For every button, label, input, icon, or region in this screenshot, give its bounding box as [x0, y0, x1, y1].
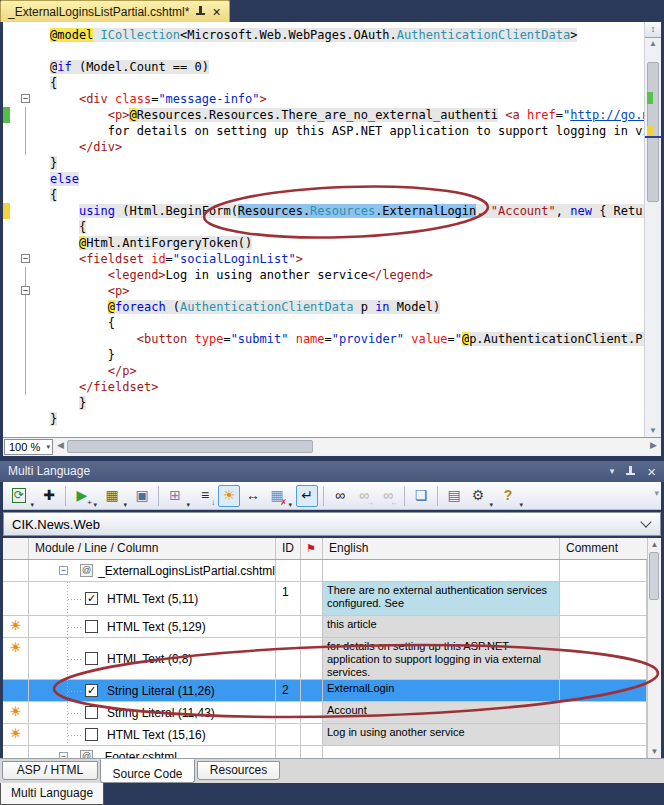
row-checkbox[interactable]: ✓ — [85, 592, 98, 605]
comment-column-header[interactable]: Comment — [560, 538, 647, 559]
row-checkbox[interactable] — [85, 620, 98, 633]
window-menu-icon[interactable]: ▾ — [610, 461, 615, 482]
hscroll-thumb[interactable] — [67, 440, 313, 453]
pin-icon[interactable] — [195, 5, 206, 18]
comment-cell[interactable] — [560, 616, 647, 637]
table-body: −@_ExternalLoginsListPartial.cshtml✓HTML… — [3, 560, 647, 758]
editor-vscrollbar[interactable]: ↕ ▲ ▼ — [644, 22, 661, 437]
word-wrap-icon[interactable]: ↵ — [296, 485, 318, 507]
code-token: <p> — [108, 284, 130, 298]
settings-icon[interactable]: ⚙▾ — [467, 485, 489, 507]
comment-cell[interactable] — [560, 702, 647, 723]
scroll-down-icon[interactable]: ▼ — [645, 426, 661, 435]
code-text: { — [40, 315, 115, 331]
hide-translated-icon[interactable]: ▦✗▾ — [266, 485, 288, 507]
comment-cell[interactable] — [560, 582, 647, 615]
flag-icon[interactable]: ⚑ — [301, 538, 323, 559]
comment-cell[interactable] — [560, 724, 647, 745]
sort-icon[interactable]: ≡↓ — [194, 485, 216, 507]
fold-collapse-icon[interactable]: − — [21, 286, 30, 295]
toolbar-separator — [158, 486, 159, 506]
tab-resources[interactable]: Resources — [197, 761, 280, 780]
table-row[interactable]: ☀HTML Text (15,16)Log in using another s… — [3, 724, 647, 746]
code-text: <legend>Log in using another service</le… — [40, 267, 433, 283]
code-token: .ExternalLogin — [375, 204, 476, 218]
table-vscroll-thumb[interactable] — [649, 552, 659, 600]
table-row[interactable]: ✓String Literal (11,26)2ExternalLogin — [3, 680, 647, 702]
id-column-header[interactable]: ID — [276, 538, 301, 559]
row-checkbox[interactable] — [85, 652, 98, 665]
gutter — [3, 347, 10, 363]
translate-run-icon-glyph: ▶ — [77, 485, 88, 506]
toolbar-overflow-icon[interactable]: ▾ — [654, 488, 659, 498]
english-cell[interactable]: this article — [323, 616, 560, 637]
module-column-header[interactable]: Module / Line / Column — [29, 538, 276, 559]
zoom-level-select[interactable]: 100 % ▾ — [4, 439, 53, 455]
english-cell[interactable] — [323, 560, 560, 581]
editor-hscrollbar[interactable]: ◀ ▶ — [55, 439, 659, 455]
row-checkbox[interactable] — [85, 728, 98, 741]
row-checkbox[interactable]: ✓ — [85, 684, 98, 697]
english-cell[interactable]: There are no external authentication ser… — [323, 582, 560, 615]
english-cell[interactable]: Account — [323, 702, 560, 723]
english-cell[interactable]: for details on setting up this ASP.NET a… — [323, 638, 560, 679]
tab-asp-html[interactable]: ASP / HTML — [2, 761, 98, 780]
table-row[interactable]: ✓HTML Text (5,11)1There are no external … — [3, 582, 647, 616]
tab-multi-language[interactable]: Multi Language — [0, 783, 104, 805]
find-icon[interactable]: ∞ — [329, 485, 351, 507]
fold-margin — [10, 139, 40, 155]
translate-run-icon[interactable]: ▶+▾ — [71, 485, 93, 507]
english-column-header[interactable]: English — [323, 538, 560, 559]
table-row[interactable]: ☀String Literal (11,43)Account — [3, 702, 647, 724]
status-column-header[interactable] — [3, 538, 29, 559]
scroll-down-icon[interactable]: ▼ — [648, 747, 661, 756]
code-token: @model — [50, 28, 93, 42]
splitter-grip-icon[interactable]: ↕ — [645, 22, 661, 38]
fit-column-width-icon[interactable]: ↔ — [242, 485, 264, 507]
code-text: { — [40, 187, 57, 203]
properties-icon[interactable]: ▤ — [443, 485, 465, 507]
excel-export-icon[interactable]: ▦▾ — [101, 485, 123, 507]
fold-collapse-icon[interactable]: − — [21, 94, 30, 103]
english-cell[interactable]: Log in using another service — [323, 724, 560, 745]
fold-collapse-icon[interactable]: − — [21, 254, 30, 263]
project-selector[interactable]: CIK.News.Web — [3, 512, 661, 536]
expand-collapse-icon[interactable]: ⊞▾ — [164, 485, 186, 507]
english-cell[interactable]: ExternalLogin — [323, 680, 560, 701]
resource-form-icon[interactable]: ▣ — [131, 485, 153, 507]
comment-cell[interactable] — [560, 638, 647, 679]
highlight-new-strings-icon[interactable]: ☀ — [218, 485, 240, 507]
help-icon[interactable]: ?▾ — [497, 485, 519, 507]
copy-icon[interactable]: ❏ — [410, 485, 432, 507]
document-tab[interactable]: _ExternalLoginsListPartial.cshtml* × — [0, 0, 230, 22]
scroll-up-icon[interactable]: ▲ — [645, 39, 661, 48]
tab-source-code[interactable]: Source Code — [100, 759, 195, 783]
auto-hide-pin-icon[interactable] — [625, 465, 636, 478]
row-checkbox[interactable] — [85, 706, 98, 719]
panel-close-icon[interactable]: × — [647, 465, 656, 478]
table-row[interactable]: ☀HTML Text (5,129)this article — [3, 616, 647, 638]
table-vscrollbar[interactable]: ▲ ▼ — [647, 538, 661, 758]
code-token — [50, 252, 79, 266]
table-row[interactable]: ☀HTML Text (6,8)for details on setting u… — [3, 638, 647, 680]
comment-cell[interactable] — [560, 560, 647, 581]
english-cell[interactable] — [323, 746, 560, 758]
add-string-icon[interactable]: ✚ — [38, 485, 60, 507]
scroll-right-icon[interactable]: ▶ — [650, 440, 657, 450]
tree-collapse-icon[interactable]: − — [59, 566, 68, 575]
id-cell — [276, 560, 301, 581]
scroll-up-icon[interactable]: ▲ — [648, 540, 661, 549]
close-icon[interactable]: × — [212, 6, 220, 18]
green-change-bar — [3, 107, 10, 123]
comment-cell[interactable] — [560, 746, 647, 758]
status-cell: ☀ — [3, 724, 29, 745]
comment-cell[interactable] — [560, 680, 647, 701]
refresh-icon[interactable]: ⟳▾ — [8, 485, 30, 507]
code-area[interactable]: @model ICollection<Microsoft.Web.WebPage… — [3, 22, 644, 437]
group-row[interactable]: −@_ExternalLoginsListPartial.cshtml — [3, 560, 647, 582]
fold-margin — [10, 315, 40, 331]
group-row[interactable]: −@_Footer.cshtml — [3, 746, 647, 758]
fold-margin — [10, 347, 40, 363]
scroll-left-icon[interactable]: ◀ — [57, 440, 64, 450]
code-editor[interactable]: @model ICollection<Microsoft.Web.WebPage… — [3, 22, 661, 437]
